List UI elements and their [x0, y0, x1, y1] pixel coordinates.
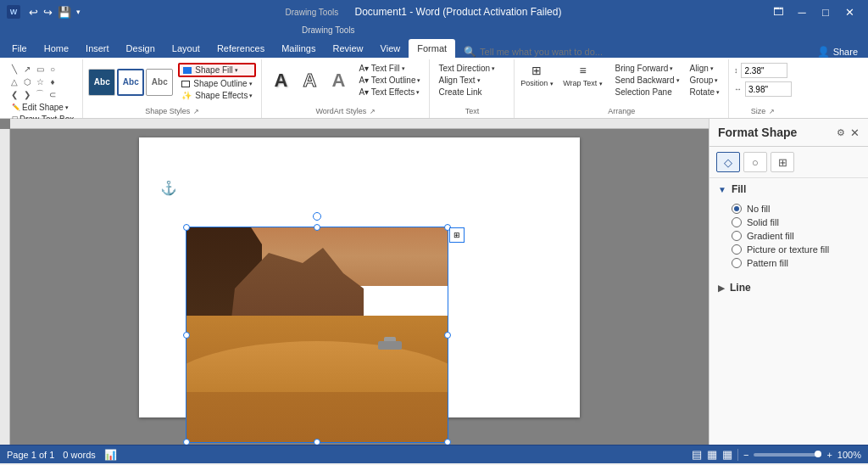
fill-section-header[interactable]: ▼ Fill — [709, 178, 868, 200]
close-button[interactable]: ✕ — [837, 0, 861, 24]
align-text-button[interactable]: Align Text ▾ — [435, 75, 498, 86]
wordart-style-2[interactable]: A — [296, 64, 323, 97]
layout-props-tab[interactable]: ⊞ — [771, 152, 794, 172]
bring-forward-button[interactable]: Bring Forward ▾ — [611, 63, 682, 74]
tab-insert[interactable]: Insert — [77, 39, 118, 58]
wrap-text-button[interactable]: ≡ Wrap Text ▾ — [565, 63, 599, 88]
shape-tool-5[interactable]: ❮ — [8, 88, 20, 100]
group-button[interactable]: Group ▾ — [687, 75, 723, 86]
text-outline-button[interactable]: A▾ Text Outline ▾ — [355, 75, 424, 86]
send-backward-button[interactable]: Send Backward ▾ — [611, 75, 682, 86]
line-section-header[interactable]: ▶ Line — [709, 277, 868, 299]
gradient-fill-option[interactable]: Gradient fill — [732, 229, 854, 243]
wordart-style-3[interactable]: A — [325, 64, 352, 97]
shape-tool-8[interactable]: ⊂ — [47, 88, 58, 100]
arrange-group: ⊞ Position ▾ ≡ Wrap Text ▾ Bring Forward… — [515, 59, 729, 118]
shape-styles-expand[interactable]: ↗ — [193, 108, 199, 115]
no-fill-radio[interactable] — [732, 204, 742, 214]
wordart-styles-group: A A A A▾ Text Fill ▾ A▾ Text Outline ▾ A… — [262, 59, 430, 118]
tab-references[interactable]: References — [209, 39, 273, 58]
text-group-label: Text — [435, 106, 509, 118]
circle-tool[interactable]: ○ — [47, 63, 58, 75]
text-fill-button[interactable]: A▾ Text Fill ▾ — [355, 63, 424, 74]
shape-effects-button[interactable]: ✨Shape Effects ▾ — [178, 90, 256, 101]
text-direction-button[interactable]: Text Direction ▾ — [435, 63, 498, 74]
shape-tool-1[interactable]: △ — [8, 76, 20, 87]
tab-view[interactable]: View — [372, 39, 409, 58]
align-button[interactable]: Align ▾ — [687, 63, 723, 74]
shape-style-blue[interactable]: Abc — [117, 69, 144, 96]
redo-button[interactable]: ↪ — [43, 6, 53, 19]
gradient-fill-radio[interactable] — [732, 231, 742, 241]
image-container[interactable]: ⊞ — [186, 227, 448, 443]
zoom-in-button[interactable]: + — [826, 450, 832, 460]
solid-fill-radio[interactable] — [732, 217, 742, 227]
picture-texture-fill-radio[interactable] — [732, 244, 742, 255]
normal-view-button[interactable]: ▤ — [692, 448, 702, 461]
text-effects-button[interactable]: A▾ Text Effects ▾ — [355, 87, 424, 98]
tab-format[interactable]: Format — [409, 39, 455, 58]
proofing-icon[interactable]: 📊 — [104, 449, 117, 461]
tab-home[interactable]: Home — [36, 39, 77, 58]
panel-settings-button[interactable]: ⚙ — [837, 127, 845, 138]
tab-layout[interactable]: Layout — [164, 39, 209, 58]
tab-review[interactable]: Review — [325, 39, 372, 58]
read-mode-button[interactable]: ▦ — [707, 448, 717, 461]
save-button[interactable]: 💾 — [58, 6, 71, 19]
picture-texture-fill-option[interactable]: Picture or texture fill — [732, 243, 854, 256]
shape-fill-button[interactable]: Shape Fill ▾ — [178, 63, 256, 77]
solid-fill-option[interactable]: Solid fill — [732, 216, 854, 229]
edit-shape-button[interactable]: ✏️ Edit Shape ▾ — [8, 102, 77, 113]
insert-shapes-group: ╲ ↗ ▭ ○ △ ⬡ ☆ ♦ ❮ ❯ ⌒ ⊂ — [3, 59, 83, 118]
layout-options-button[interactable]: ⊞ — [449, 227, 465, 243]
shape-tool-2[interactable]: ⬡ — [21, 76, 33, 87]
print-layout-button[interactable]: ▦ — [722, 448, 732, 461]
rover — [378, 341, 402, 350]
rotate-button[interactable]: Rotate ▾ — [687, 87, 723, 98]
wordart-style-1[interactable]: A — [267, 64, 294, 97]
undo-button[interactable]: ↩ — [29, 6, 38, 19]
arrow-tool[interactable]: ↗ — [21, 63, 33, 75]
picture-texture-fill-label: Picture or texture fill — [747, 244, 829, 255]
rotation-handle[interactable] — [313, 212, 321, 221]
width-label: ↔ — [734, 85, 742, 93]
share-button[interactable]: Share — [833, 47, 858, 57]
shape-tool-6[interactable]: ❯ — [21, 88, 33, 100]
position-button[interactable]: ⊞ Position ▾ — [520, 63, 554, 88]
tab-mailings[interactable]: Mailings — [273, 39, 324, 58]
tab-file[interactable]: File — [3, 39, 36, 58]
line-tool[interactable]: ╲ — [8, 63, 20, 75]
create-link-button[interactable]: Create Link — [435, 87, 498, 98]
fill-line-tab[interactable]: ◇ — [716, 152, 740, 172]
arrange-group-label: Arrange — [520, 106, 723, 118]
shape-styles-label: Shape Styles ↗ — [88, 106, 256, 118]
ribbon: ╲ ↗ ▭ ○ △ ⬡ ☆ ♦ ❮ ❯ ⌒ ⊂ — [0, 58, 868, 119]
pattern-fill-radio[interactable] — [732, 258, 742, 268]
tab-design[interactable]: Design — [118, 39, 164, 58]
selection-pane-button[interactable]: Selection Pane — [611, 87, 682, 98]
size-expand[interactable]: ↗ — [769, 108, 775, 115]
zoom-slider[interactable] — [754, 453, 821, 457]
shape-tool-7[interactable]: ⌒ — [34, 88, 46, 100]
ribbon-display-button[interactable]: 🗔 — [766, 0, 790, 24]
effects-tab[interactable]: ○ — [743, 152, 767, 172]
shape-style-dark[interactable]: Abc — [88, 69, 115, 96]
search-input[interactable] — [480, 47, 632, 57]
wordart-expand[interactable]: ↗ — [370, 108, 376, 115]
gradient-fill-label: Gradient fill — [747, 231, 794, 241]
shape-outline-button[interactable]: Shape Outline ▾ — [178, 78, 256, 89]
zoom-out-button[interactable]: − — [743, 450, 748, 460]
no-fill-option[interactable]: No fill — [732, 202, 854, 216]
maximize-button[interactable]: □ — [814, 0, 837, 24]
height-input[interactable] — [741, 63, 787, 78]
app-icon: W — [7, 5, 20, 19]
rect-tool[interactable]: ▭ — [34, 63, 46, 75]
shape-tool-3[interactable]: ☆ — [34, 76, 46, 87]
panel-controls: ⚙ ✕ — [837, 126, 860, 139]
shape-tool-4[interactable]: ♦ — [47, 76, 58, 87]
minimize-button[interactable]: ─ — [790, 0, 814, 24]
panel-close-button[interactable]: ✕ — [850, 126, 860, 139]
width-input[interactable] — [745, 81, 792, 97]
shape-style-gray[interactable]: Abc — [146, 69, 173, 96]
pattern-fill-option[interactable]: Pattern fill — [732, 256, 854, 270]
